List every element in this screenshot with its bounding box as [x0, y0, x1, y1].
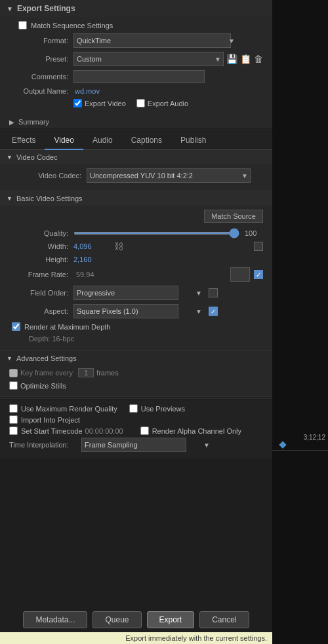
- frame-rate-value: 59.94: [73, 271, 230, 278]
- tab-captions[interactable]: Captions: [122, 132, 171, 150]
- metadata-button[interactable]: Metadata...: [23, 611, 87, 628]
- codec-label: Video Codec:: [9, 172, 81, 180]
- video-codec-header[interactable]: ▼ Video Codec: [0, 150, 272, 164]
- tab-publish-label: Publish: [180, 136, 206, 145]
- import-preset-icon[interactable]: 📋: [240, 54, 251, 64]
- codec-row: Video Codec: Uncompressed YUV 10 bit 4:2…: [9, 168, 263, 183]
- side-panel-bg: 3;12;12: [272, 0, 328, 644]
- basic-video-title: Basic Video Settings: [16, 195, 83, 202]
- action-buttons-area: Metadata... Queue Export Cancel: [0, 605, 272, 632]
- tooltip-bar: Export immediately with the current sett…: [0, 632, 272, 644]
- use-max-render-item: Use Maximum Render Quality: [9, 404, 117, 413]
- video-codec-section: ▼ Video Codec Video Codec: Uncompressed …: [0, 150, 272, 191]
- height-value: 2,160: [73, 256, 106, 263]
- summary-label: Summary: [18, 118, 49, 126]
- advanced-title: Advanced Settings: [16, 354, 77, 362]
- export-settings-title: Export Settings: [17, 4, 75, 13]
- field-order-checkbox[interactable]: [209, 288, 218, 297]
- optimize-stills-checkbox[interactable]: [9, 381, 18, 390]
- match-source-button[interactable]: Match Source: [204, 210, 263, 223]
- depth-key: Depth:: [29, 335, 50, 343]
- preset-row: Preset: Custom ▼ 💾 📋 🗑: [9, 52, 263, 66]
- tab-audio[interactable]: Audio: [83, 132, 122, 150]
- codec-dropdown[interactable]: Uncompressed YUV 10 bit 4:2:2: [87, 168, 251, 183]
- render-alpha-checkbox[interactable]: [140, 426, 149, 435]
- depth-row: Depth: 16-bpc: [9, 335, 263, 343]
- export-audio-item: Export Audio: [136, 99, 188, 107]
- tab-video-label: Video: [54, 136, 73, 145]
- side-timecode: 3;12;12: [304, 434, 325, 441]
- keyframe-value-input[interactable]: [78, 368, 94, 377]
- format-dropdown-wrap: QuickTime ▼: [73, 33, 237, 48]
- depth-label-full: Depth: 16-bpc: [9, 335, 74, 343]
- output-file-link[interactable]: wd.mov: [75, 87, 100, 95]
- side-panel: 3;12;12: [272, 0, 328, 644]
- field-order-dropdown[interactable]: Progressive: [73, 286, 178, 300]
- video-codec-content: Video Codec: Uncompressed YUV 10 bit 4:2…: [0, 164, 272, 191]
- use-max-render-checkbox[interactable]: [9, 404, 18, 413]
- cancel-button[interactable]: Cancel: [199, 611, 249, 628]
- set-start-checkbox[interactable]: [9, 426, 18, 435]
- bottom-row-1: Use Maximum Render Quality Use Previews: [9, 404, 263, 413]
- width-checkbox[interactable]: [254, 242, 263, 251]
- tab-effects-label: Effects: [12, 136, 35, 145]
- export-video-label: Export Video: [85, 100, 126, 107]
- frame-rate-dropdown[interactable]: [230, 267, 250, 282]
- comments-input[interactable]: [73, 70, 205, 83]
- set-start-item: Set Start Timecode 00:00:00:00: [9, 426, 123, 435]
- keyframe-checkbox[interactable]: [9, 369, 18, 377]
- delete-preset-icon[interactable]: 🗑: [254, 54, 263, 64]
- preset-icons-group: 💾 📋 🗑: [226, 54, 263, 64]
- advanced-header[interactable]: ▼ Advanced Settings: [0, 351, 272, 366]
- keyframe-row: Key frame every frames: [9, 368, 263, 377]
- match-sequence-checkbox[interactable]: [18, 21, 27, 29]
- export-settings-form: Match Sequence Settings Format: QuickTim…: [0, 17, 272, 115]
- basic-video-section: ▼ Basic Video Settings Match Source Qual…: [0, 191, 272, 351]
- format-label: Format:: [9, 37, 68, 45]
- export-audio-checkbox[interactable]: [136, 99, 145, 107]
- import-project-item: Import Into Project: [9, 415, 80, 424]
- width-label: Width:: [9, 242, 68, 250]
- summary-arrow: ▶: [9, 119, 14, 126]
- tab-video[interactable]: Video: [45, 132, 83, 150]
- import-project-label: Import Into Project: [21, 416, 80, 424]
- export-button[interactable]: Export: [147, 611, 195, 628]
- advanced-content: Key frame every frames Optimize Stills: [0, 366, 272, 396]
- bottom-section: Use Maximum Render Quality Use Previews …: [0, 400, 272, 459]
- quality-slider[interactable]: [73, 232, 239, 235]
- field-order-label: Field Order:: [9, 289, 68, 297]
- aspect-dropdown[interactable]: Square Pixels (1.0): [73, 304, 178, 318]
- export-av-row: Export Video Export Audio: [9, 99, 263, 107]
- queue-button[interactable]: Queue: [92, 611, 141, 628]
- basic-video-header[interactable]: ▼ Basic Video Settings: [0, 191, 272, 206]
- aspect-checkbox[interactable]: ✓: [209, 307, 218, 316]
- aspect-label: Aspect:: [9, 307, 68, 315]
- tooltip-text: Export immediately with the current sett…: [125, 634, 267, 642]
- save-preset-icon[interactable]: 💾: [226, 54, 237, 64]
- format-row: Format: QuickTime ▼: [9, 33, 263, 48]
- time-interp-label: Time Interpolation:: [9, 441, 81, 449]
- time-interp-row: Time Interpolation: Frame Sampling ▼: [9, 438, 263, 452]
- tab-publish[interactable]: Publish: [171, 132, 215, 150]
- time-interp-dropdown[interactable]: Frame Sampling: [81, 438, 186, 452]
- keyframe-diamond: [279, 441, 286, 448]
- summary-row[interactable]: ▶ Summary: [0, 115, 272, 128]
- link-icon: ⛓: [114, 241, 123, 252]
- render-max-depth-checkbox[interactable]: [12, 322, 20, 331]
- use-previews-checkbox[interactable]: [129, 404, 138, 413]
- width-row: Width: 4,096 ⛓: [9, 241, 263, 252]
- export-video-checkbox[interactable]: [73, 99, 82, 107]
- link-icon-wrap: ⛓: [112, 241, 126, 252]
- height-row: Height: 2,160: [9, 256, 263, 263]
- preset-label: Preset:: [9, 55, 68, 63]
- height-label: Height:: [9, 256, 68, 263]
- frame-rate-checkbox[interactable]: ✓: [254, 270, 263, 279]
- import-project-checkbox[interactable]: [9, 415, 18, 424]
- preset-dropdown[interactable]: Custom: [73, 52, 224, 66]
- export-settings-header[interactable]: ▼ Export Settings: [0, 0, 272, 17]
- format-dropdown[interactable]: QuickTime: [73, 33, 231, 48]
- export-video-item: Export Video: [73, 99, 126, 107]
- tab-effects[interactable]: Effects: [3, 132, 45, 150]
- quality-row: Quality: 100: [9, 229, 263, 237]
- quality-value: 100: [245, 229, 263, 237]
